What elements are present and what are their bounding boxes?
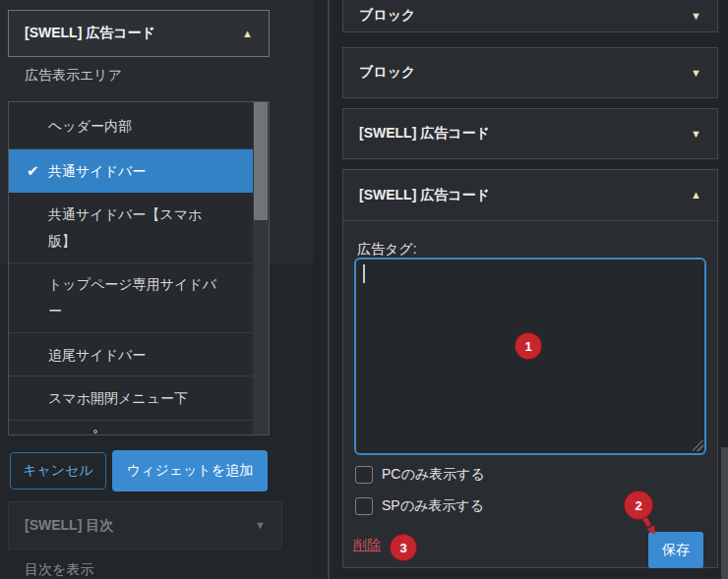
list-item-label: 共通サイドバー	[48, 161, 146, 181]
clipped-text-fragment	[93, 430, 97, 434]
list-item-sticky-sidebar[interactable]: 追尾サイドバー	[9, 333, 254, 376]
widget-title: [SWELL] 目次	[25, 517, 113, 535]
list-scrollbar-track[interactable]	[253, 102, 269, 434]
widget-box-title: ブロック	[359, 7, 415, 25]
widget-box-title: ブロック	[359, 64, 415, 82]
expand-arrow-icon[interactable]: ▼	[691, 68, 701, 79]
expand-arrow-icon[interactable]: ▼	[691, 11, 701, 22]
widget-box-header[interactable]: ブロック ▼	[343, 0, 717, 31]
widget-title: [SWELL] 広告コード	[25, 25, 155, 42]
list-scrollbar-thumb[interactable]	[254, 102, 268, 220]
ad-area-listbox[interactable]: ヘッダー内部 ✔ 共通サイドバー 共通サイドバー【スマホ版】 トップページ専用サ…	[8, 101, 270, 435]
sp-only-checkbox-row[interactable]: SPのみ表示する	[355, 497, 484, 515]
list-item-common-sidebar[interactable]: ✔ 共通サイドバー	[9, 149, 254, 193]
ad-display-area-label: 広告表示エリア	[25, 67, 122, 85]
collapse-arrow-icon[interactable]: ▲	[691, 190, 701, 201]
pc-only-checkbox[interactable]	[355, 466, 373, 484]
checkmark-icon: ✔	[27, 162, 39, 180]
list-item-label: ヘッダー内部	[48, 116, 132, 136]
annotation-marker-1: 1	[515, 332, 542, 360]
toc-visibility-label: 目次を表示	[25, 561, 93, 579]
cancel-button[interactable]: キャンセル	[10, 452, 106, 490]
delete-link[interactable]: 削除	[353, 537, 381, 554]
annotation-marker-3: 3	[390, 534, 417, 561]
widget-box-title: [SWELL] 広告コード	[359, 125, 490, 143]
add-widget-button[interactable]: ウィジェットを追加	[112, 450, 268, 492]
expand-arrow-icon[interactable]: ▼	[255, 520, 266, 531]
list-item-label: トップページ専用サイドバー	[48, 271, 221, 324]
sp-only-checkbox[interactable]	[355, 497, 373, 515]
resize-handle-icon[interactable]	[693, 440, 703, 451]
list-item-common-sidebar-mobile[interactable]: 共通サイドバー【スマホ版】	[9, 193, 254, 263]
list-item-top-page-sidebar[interactable]: トップページ専用サイドバー	[9, 263, 254, 333]
widget-box-title: [SWELL] 広告コード	[359, 187, 490, 204]
widget-header-swell-toc[interactable]: [SWELL] 目次 ▼	[8, 501, 282, 550]
collapse-arrow-icon[interactable]: ▲	[242, 29, 253, 39]
widget-box-header[interactable]: [SWELL] 広告コード ▼	[343, 109, 717, 158]
pc-only-label: PCのみ表示する	[382, 466, 485, 484]
list-item-label: 追尾サイドバー	[48, 345, 146, 365]
page-scrollbar-thumb[interactable]	[721, 447, 728, 579]
widget-box-header[interactable]: [SWELL] 広告コード ▲	[343, 170, 717, 221]
widget-box-block-1: ブロック ▼	[342, 0, 718, 32]
widget-box-block-2: ブロック ▼	[342, 47, 718, 98]
sp-only-label: SPのみ表示する	[382, 497, 484, 515]
annotation-marker-2: 2	[624, 491, 653, 520]
widget-header-swell-ad-code[interactable]: [SWELL] 広告コード ▲	[8, 10, 270, 57]
widget-box-ad-code-collapsed: [SWELL] 広告コード ▼	[342, 108, 718, 159]
list-item-sp-menu-bottom[interactable]: スマホ開閉メニュー下	[9, 376, 254, 421]
ad-tag-label: 広告タグ:	[357, 241, 417, 259]
list-item-partial[interactable]	[9, 421, 254, 435]
list-item-label: スマホ開閉メニュー下	[48, 388, 188, 408]
list-item-header-inner[interactable]: ヘッダー内部	[9, 102, 254, 149]
panel-divider	[328, 0, 330, 579]
list-item-label: 共通サイドバー【スマホ版】	[48, 202, 221, 255]
widget-box-header[interactable]: ブロック ▼	[343, 48, 717, 97]
ad-area-list: ヘッダー内部 ✔ 共通サイドバー 共通サイドバー【スマホ版】 トップページ専用サ…	[9, 102, 254, 435]
text-caret	[363, 264, 365, 283]
pc-only-checkbox-row[interactable]: PCのみ表示する	[355, 466, 485, 484]
expand-arrow-icon[interactable]: ▼	[691, 129, 701, 140]
